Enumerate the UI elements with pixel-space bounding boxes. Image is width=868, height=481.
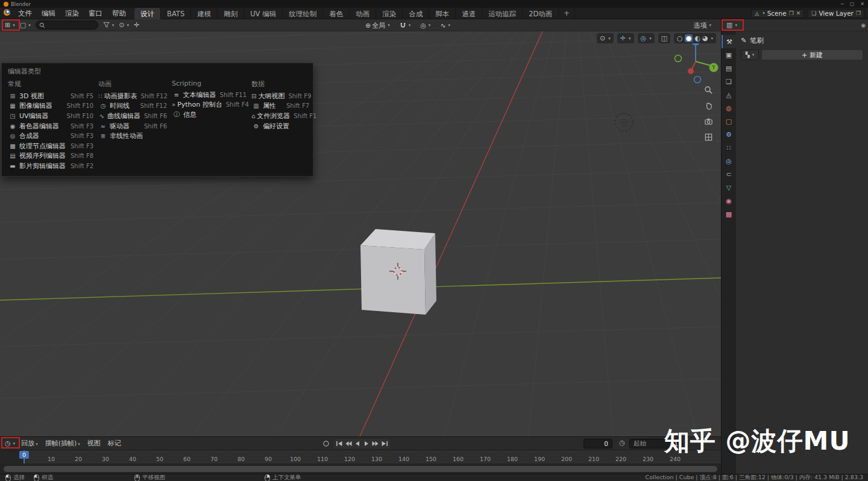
blender-menu-button[interactable] [0, 9, 13, 17]
properties-tab-material[interactable]: ◉ [722, 194, 736, 207]
editor-menu-item-nla[interactable]: ≣非线性动画 [96, 131, 169, 141]
jump-end-button[interactable] [380, 439, 389, 448]
search-box[interactable] [36, 20, 98, 30]
workspace-tab-UV 编辑[interactable]: UV 编辑 [244, 8, 283, 19]
unlink-scene-icon[interactable]: ✕ [796, 10, 801, 16]
editor-menu-item-properties[interactable]: ▥属性Shift F7 [249, 101, 312, 112]
timeline-menu-摆帧(插帧)[interactable]: 摆帧(插帧)▾ [42, 439, 84, 448]
workspace-tab-脚本[interactable]: 脚本 [429, 8, 456, 19]
editor-menu-item-python-console[interactable]: »Python 控制台Shift F4 [169, 100, 249, 110]
xray-toggle[interactable]: ◫ [658, 33, 670, 43]
timeline-ruler[interactable]: 1020304050607080901001101201301401501601… [0, 450, 721, 464]
play-reverse-button[interactable] [353, 439, 362, 448]
zoom-button[interactable] [703, 84, 714, 95]
next-keyframe-button[interactable] [371, 439, 380, 448]
properties-tab-object[interactable]: ▢ [722, 115, 736, 128]
timeline-menu-视图[interactable]: 视图 [84, 439, 104, 448]
editor-menu-item-compositor[interactable]: ◎合成器Shift F3 [5, 131, 96, 141]
editor-menu-item-file-browser[interactable]: ⌂文件浏览器Shift F1 [249, 111, 312, 121]
minimize-button[interactable]: ─ [841, 1, 844, 7]
properties-tab-scene[interactable]: ◬ [722, 88, 736, 101]
editor-menu-item-graph-editor[interactable]: ∿曲线编辑器Shift F6 [96, 111, 169, 121]
editor-menu-item-dope-sheet[interactable]: ∷动画摄影表Shift F12 [96, 91, 169, 101]
current-frame-field[interactable]: 0 [583, 439, 612, 448]
timeline-scrollbar-handle[interactable] [4, 466, 717, 472]
editor-menu-item-drivers[interactable]: ≈驱动器Shift F6 [96, 121, 169, 131]
gizmos-dropdown[interactable]: ✛▾ [617, 33, 634, 43]
editor-menu-item-info[interactable]: ⓘ信息 [169, 110, 249, 120]
preview-range-toggle[interactable]: ◷ [617, 439, 627, 448]
navigation-gizmo[interactable]: Z Y [675, 37, 719, 83]
workspace-tab-动画[interactable]: 动画 [350, 8, 376, 19]
shading-wireframe-button[interactable]: ○ [677, 34, 683, 42]
prev-keyframe-button[interactable] [344, 439, 353, 448]
view-layer-selector[interactable]: ❏ View Layer ❐ [808, 9, 864, 18]
brush-datablock-dropdown[interactable]: ▚ ▾ [741, 49, 759, 60]
workspace-tab-BATS[interactable]: BATS [161, 8, 191, 19]
timeline-scrollbar[interactable] [0, 464, 721, 474]
menubar-menu-渲染[interactable]: 渲染 [60, 9, 84, 17]
snap-dropdown[interactable]: ▾ [397, 20, 414, 31]
visibility-dropdown[interactable]: ⊙▾ [597, 33, 614, 43]
filter-dropdown[interactable]: ▾ [101, 20, 117, 31]
editor-menu-item-preferences[interactable]: ⚙偏好设置 [249, 121, 312, 131]
scene-selector[interactable]: ◬ ▾ Scene ❐ ✕ [751, 9, 804, 18]
editor-menu-item-text-editor[interactable]: ≡文本编辑器Shift F11 [169, 90, 249, 100]
menubar-menu-帮助[interactable]: 帮助 [107, 9, 131, 17]
jump-start-button[interactable] [335, 439, 344, 448]
pivot-dropdown[interactable]: ⊙ ▾ [116, 20, 131, 31]
search-input[interactable] [45, 22, 93, 28]
properties-tab-modifiers[interactable]: ⚙ [722, 128, 736, 141]
workspace-tab-2D动画[interactable]: 2D动画 [523, 8, 559, 19]
playhead-badge[interactable]: 0 [19, 451, 29, 459]
properties-tab-world[interactable]: ◍ [722, 101, 736, 115]
editor-menu-item-timeline[interactable]: ◷时间线Shift F12 [96, 101, 169, 112]
options-dropdown[interactable]: 选项 ▾ [691, 20, 714, 31]
editor-menu-item-outliner[interactable]: ⊟大纲视图Shift F9 [249, 91, 312, 101]
auto-key-toggle[interactable] [322, 439, 330, 450]
workspace-tab-渲染[interactable]: 渲染 [376, 8, 403, 19]
editor-menu-item-image-editor[interactable]: ▦图像编辑器Shift F10 [5, 101, 96, 112]
menubar-menu-文件[interactable]: 文件 [13, 9, 37, 17]
maximize-button[interactable]: ▢ [850, 1, 855, 7]
new-scene-icon[interactable]: ❐ [789, 10, 794, 16]
properties-tab-particles[interactable]: ∷ [722, 141, 736, 154]
editor-menu-item-movie-clip-editor[interactable]: ▬影片剪辑编辑器Shift F2 [5, 161, 96, 171]
light-object[interactable] [615, 113, 633, 131]
proportional-edit-dropdown[interactable]: ◎ ▾ [418, 20, 433, 31]
workspace-tab-建模[interactable]: 建模 [191, 8, 218, 19]
close-button[interactable]: ✕ [860, 1, 864, 7]
menubar-menu-窗口[interactable]: 窗口 [84, 9, 107, 17]
gizmo-z-neg-axis[interactable] [694, 77, 701, 83]
properties-tab-render[interactable]: ▣ [722, 48, 736, 61]
shading-material-button[interactable]: ◐ [694, 34, 700, 42]
timeline-menu-标记[interactable]: 标记 [104, 439, 125, 448]
properties-tab-constraints[interactable]: ⊂ [722, 168, 736, 181]
workspace-tab-运动追踪[interactable]: 运动追踪 [482, 8, 523, 19]
play-button[interactable] [362, 439, 371, 448]
editor-menu-item-video-sequencer[interactable]: ▤视频序列编辑器Shift F8 [5, 151, 96, 162]
overlays-dropdown[interactable]: ◎▾ [638, 33, 655, 43]
orientation-dropdown[interactable]: ⊕ 全局 ▾ [363, 20, 392, 31]
editor-menu-item-viewport-3d[interactable]: ⊞3D 视图Shift F5 [5, 91, 96, 101]
falloff-dropdown[interactable]: ∿ ▾ [438, 20, 453, 31]
workspace-tab-合成[interactable]: 合成 [403, 8, 429, 19]
viewport-3d[interactable]: Z Y ⊙▾ ✛▾ ◎▾ ◫ ○ ● ◐ ◕ ▾ [0, 31, 721, 436]
shading-rendered-button[interactable]: ◕ [702, 34, 708, 42]
properties-tab-view-layer[interactable]: ❏ [722, 75, 736, 88]
properties-tab-texture[interactable]: ▩ [722, 207, 736, 221]
brush-panel-header[interactable]: ✎ 笔刷 [741, 35, 863, 46]
pin-icon[interactable]: ◉ [861, 22, 866, 28]
properties-tab-tool[interactable]: ⚒ [722, 35, 736, 48]
workspace-tab-设计[interactable]: 设计 [134, 8, 161, 19]
workspace-tab-着色[interactable]: 着色 [323, 8, 350, 19]
gizmo-y-neg-axis[interactable] [675, 55, 682, 62]
ortho-toggle-button[interactable] [703, 131, 714, 142]
editor-menu-item-texture-node-editor[interactable]: ▩纹理节点编辑器Shift F3 [5, 141, 96, 151]
workspace-tab-纹理绘制[interactable]: 纹理绘制 [283, 8, 323, 19]
add-workspace-button[interactable]: + [559, 8, 575, 19]
properties-tab-output[interactable]: ▤ [722, 61, 736, 75]
properties-tab-physics[interactable]: ◎ [722, 154, 736, 168]
timeline-menu-回放[interactable]: 回放▾ [17, 439, 42, 448]
gizmo-x-axis[interactable] [688, 68, 694, 74]
